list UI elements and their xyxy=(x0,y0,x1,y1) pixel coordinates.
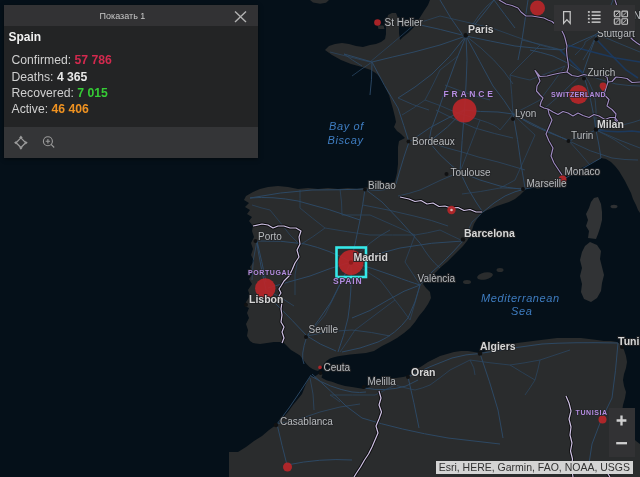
svg-text:Melilla: Melilla xyxy=(368,376,397,387)
svg-text:Seville: Seville xyxy=(309,324,339,335)
svg-text:Toulouse: Toulouse xyxy=(451,167,491,178)
svg-text:Monaco: Monaco xyxy=(565,166,601,177)
svg-text:Paris: Paris xyxy=(468,23,494,35)
svg-text:Algiers: Algiers xyxy=(480,340,516,352)
svg-text:Bilbao: Bilbao xyxy=(368,180,396,191)
svg-text:Barcelona: Barcelona xyxy=(464,227,515,239)
svg-text:Sea: Sea xyxy=(511,305,532,317)
svg-text:Marseille: Marseille xyxy=(527,178,567,189)
svg-text:Turin: Turin xyxy=(571,130,593,141)
svg-text:Biscay: Biscay xyxy=(328,134,365,146)
svg-text:SPAIN: SPAIN xyxy=(333,276,362,286)
svg-text:FRANCE: FRANCE xyxy=(444,89,496,99)
svg-text:Porto: Porto xyxy=(258,231,282,242)
svg-text:Oran: Oran xyxy=(411,366,436,378)
svg-text:Tunis: Tunis xyxy=(618,335,640,347)
svg-text:Ceuta: Ceuta xyxy=(324,362,351,373)
svg-text:Mediterranean: Mediterranean xyxy=(481,292,560,304)
svg-text:València: València xyxy=(418,273,456,284)
svg-text:Zurich: Zurich xyxy=(588,67,616,78)
svg-text:Madrid: Madrid xyxy=(354,251,388,263)
svg-text:Lisbon: Lisbon xyxy=(249,293,283,305)
svg-text:Milan: Milan xyxy=(597,118,624,130)
svg-text:Lyon: Lyon xyxy=(515,108,536,119)
svg-text:St Helier: St Helier xyxy=(385,17,424,28)
svg-text:TUNISIA: TUNISIA xyxy=(576,409,608,416)
svg-text:Casablanca: Casablanca xyxy=(280,416,333,427)
svg-text:Bordeaux: Bordeaux xyxy=(412,136,455,147)
svg-text:PORTUGAL: PORTUGAL xyxy=(248,269,292,276)
svg-text:SWITZERLAND: SWITZERLAND xyxy=(551,91,606,98)
svg-text:Bay of: Bay of xyxy=(329,120,364,132)
